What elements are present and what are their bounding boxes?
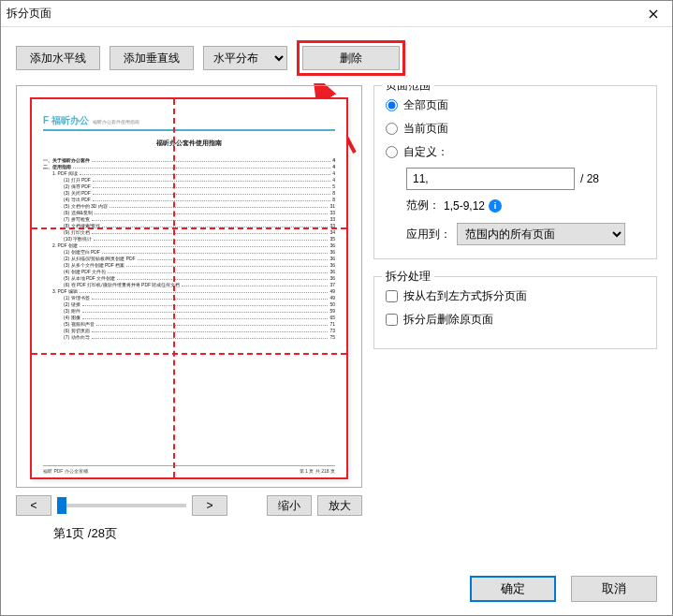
range-hint: 范例： 1,5-9,12 i — [386, 198, 645, 213]
toc-row: 1. PDF 阅读4 — [43, 170, 335, 177]
close-icon — [649, 9, 658, 19]
apply-to-select[interactable]: 范围内的所有页面 — [457, 223, 625, 245]
close-button[interactable] — [635, 1, 672, 27]
delete-highlight: 删除 — [297, 40, 405, 76]
add-horizontal-line-button[interactable]: 添加水平线 — [16, 46, 100, 70]
prev-page-button[interactable]: < — [16, 495, 51, 516]
radio-current-page[interactable]: 当前页面 — [386, 121, 645, 137]
toc-row: (3) 附件59 — [43, 308, 335, 315]
toc-row: (1) 管理书签49 — [43, 295, 335, 301]
toc-row: 2. PDF 创建36 — [43, 242, 335, 249]
table-of-contents: 一、关于福昕办公套件4二、使用指南41. PDF 阅读4(1) 打开 PDF4(… — [43, 157, 335, 341]
toc-row: (3) 关闭 PDF8 — [43, 190, 335, 197]
radio-all-pages[interactable]: 全部页面 — [386, 97, 645, 113]
toc-row: (4) 图像65 — [43, 315, 335, 321]
ok-button[interactable]: 确定 — [470, 576, 556, 602]
toc-row: (8) 文档搜索/查找33 — [43, 223, 335, 229]
logo-brand: F 福昕办公 — [43, 114, 89, 127]
toc-row: (5) 文档中的 3D 内容31 — [43, 203, 335, 210]
page-range-group: 页面范围 全部页面 当前页面 自定义： / 28 范例： 1,5-9,12 i … — [373, 85, 657, 259]
settings-panel: 页面范围 全部页面 当前页面 自定义： / 28 范例： 1,5-9,12 i … — [373, 85, 657, 565]
toc-row: (5) 视频和声音71 — [43, 321, 335, 328]
page-indicator: 第1页 /28页 — [16, 525, 362, 542]
toc-row: (7) 拼写检查33 — [43, 216, 335, 223]
info-icon[interactable]: i — [489, 199, 502, 213]
toc-row: (10) 字数统计35 — [43, 236, 335, 242]
page-slider[interactable] — [57, 495, 186, 516]
toc-row: (4) 创建 PDF 文件包36 — [43, 269, 335, 275]
toc-row: (6) 剪切页面73 — [43, 328, 335, 334]
split-handling-group: 拆分处理 按从右到左方式拆分页面 拆分后删除原页面 — [373, 276, 657, 349]
delete-button[interactable]: 删除 — [302, 46, 400, 70]
toc-row: (1) 打开 PDF4 — [43, 177, 335, 183]
toc-row: (6) 在 PDF 打印机/微软件维里将并将 PDF 转成任何文档37 — [43, 282, 335, 288]
toolbar: 添加水平线 添加垂直线 水平分布 删除 — [1, 27, 672, 85]
preview-panel: F 福昕办公 福昕办公套件使用指南 福昕办公套件使用指南 一、关于福昕办公套件4… — [16, 85, 362, 565]
toc-row: (2) 保存 PDF5 — [43, 183, 335, 190]
preview-frame: F 福昕办公 福昕办公套件使用指南 福昕办公套件使用指南 一、关于福昕办公套件4… — [16, 85, 362, 488]
main-content: F 福昕办公 福昕办公套件使用指南 福昕办公套件使用指南 一、关于福昕办公套件4… — [1, 85, 672, 565]
next-page-button[interactable]: > — [192, 495, 227, 516]
total-pages-label: / 28 — [580, 172, 599, 185]
page-preview[interactable]: F 福昕办公 福昕办公套件使用指南 福昕办公套件使用指南 一、关于福昕办公套件4… — [30, 97, 348, 479]
custom-range-row: / 28 — [386, 168, 645, 190]
apply-to-row: 应用到： 范围内的所有页面 — [386, 223, 645, 245]
checkbox-rtl-split[interactable]: 按从右到左方式拆分页面 — [386, 288, 645, 304]
page-content: F 福昕办公 福昕办公套件使用指南 福昕办公套件使用指南 一、关于福昕办公套件4… — [32, 99, 346, 477]
toc-row: (5) 从本地 PDF 文件创建36 — [43, 275, 335, 282]
footer-left: 福昕 PDF 办公全家桶 — [43, 468, 88, 474]
toc-row: (7) 动作向导75 — [43, 334, 335, 341]
add-vertical-line-button[interactable]: 添加垂直线 — [110, 46, 194, 70]
split-handling-title: 拆分处理 — [382, 269, 434, 285]
toc-row: (3) 从多个文件创建 PDF 档案36 — [43, 262, 335, 269]
distribute-select[interactable]: 水平分布 — [203, 46, 287, 70]
toc-row: (1) 创建空白 PDF36 — [43, 249, 335, 256]
zoom-out-button[interactable]: 缩小 — [267, 495, 312, 516]
toc-row: (4) 导出 PDF8 — [43, 197, 335, 203]
checkbox-delete-original[interactable]: 拆分后删除原页面 — [386, 312, 645, 328]
logo-subtitle: 福昕办公套件使用指南 — [93, 119, 139, 125]
dialog-footer: 确定 取消 — [1, 565, 672, 615]
toc-row: (2) 从扫描仪/剪贴板/网页创建 PDF36 — [43, 256, 335, 262]
page-range-title: 页面范围 — [382, 85, 434, 94]
toc-row: (6) 选择&复制33 — [43, 210, 335, 216]
toc-row: 3. PDF 编辑49 — [43, 288, 335, 295]
page-footer: 福昕 PDF 办公全家桶 第 1 页 共 218 页 — [43, 465, 335, 474]
preview-nav-row: < > 缩小 放大 — [16, 495, 362, 516]
toc-row: 二、使用指南4 — [43, 164, 335, 170]
title-bar: 拆分页面 — [1, 1, 672, 27]
toc-row: (9) 打印文档34 — [43, 229, 335, 236]
doc-title: 福昕办公套件使用指南 — [43, 139, 335, 148]
custom-range-input[interactable] — [406, 168, 575, 190]
zoom-in-button[interactable]: 放大 — [317, 495, 362, 516]
radio-custom[interactable]: 自定义： — [386, 144, 645, 160]
footer-right: 第 1 页 共 218 页 — [300, 468, 335, 474]
toc-row: 一、关于福昕办公套件4 — [43, 157, 335, 164]
cancel-button[interactable]: 取消 — [571, 576, 657, 602]
doc-logo: F 福昕办公 福昕办公套件使用指南 — [43, 114, 335, 131]
apply-to-label: 应用到： — [406, 227, 451, 242]
toc-row: (2) 链接50 — [43, 301, 335, 308]
window-title: 拆分页面 — [7, 6, 51, 22]
